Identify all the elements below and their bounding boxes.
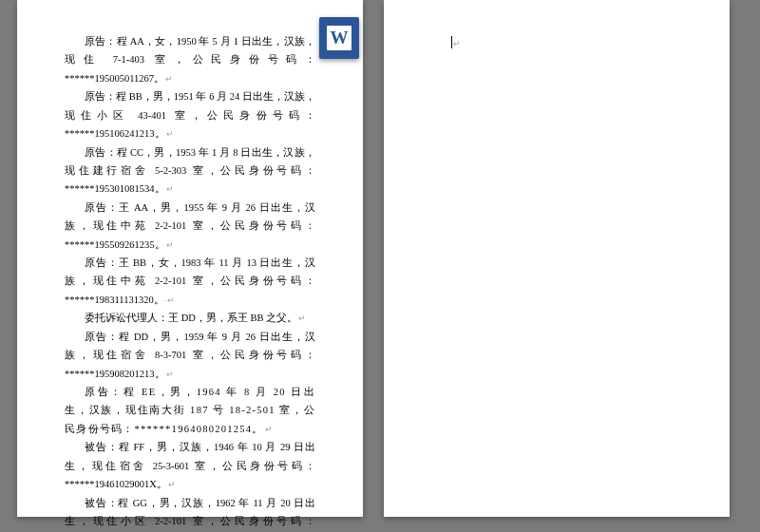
- paragraph-mark-icon: ↵: [168, 480, 176, 489]
- paragraph-text: 原告：程 AA，女，1950 年 5 月 1 日出生，汉族，现住 7-1-403…: [65, 36, 315, 84]
- paragraph-mark-icon: ↵: [298, 314, 306, 323]
- paragraph-text: 原告：程 CC，男，1953 年 1 月 8 日出生，汉族，现住建行宿舍 5-2…: [65, 147, 315, 195]
- paragraph: 原告：程 BB，男，1951 年 6 月 24 日出生，汉族，现住小区 43-4…: [65, 87, 315, 142]
- paragraph-text: 原告：王 BB，女，1983 年 11 月 13 日出生，汉族，现住中苑 2-2…: [65, 257, 315, 305]
- document-page-1[interactable]: W 原告：程 AA，女，1950 年 5 月 1 日出生，汉族，现住 7-1-4…: [17, 0, 363, 517]
- paragraph-text: 原告：程 DD，男，1959 年 9 月 26 日出生，汉族，现住宿舍 8-3-…: [65, 332, 315, 379]
- paragraph-text: 原告：程 EE，男，1964 年 8 月 20 日出生，汉族，现住南大街 187…: [65, 387, 315, 434]
- paragraph-text: 被告：程 FF，男，汉族，1946 年 10 月 29 日出生，现住宿舍 25-…: [65, 442, 315, 489]
- paragraph-text: 原告：程 BB，男，1951 年 6 月 24 日出生，汉族，现住小区 43-4…: [65, 91, 315, 139]
- paragraph-mark-icon: ↵: [453, 39, 461, 48]
- paragraph-mark-icon: ↵: [265, 425, 274, 434]
- paragraph: 原告：王 AA，男，1955 年 9 月 26 日出生，汉族，现住中苑 2-2-…: [65, 199, 315, 254]
- text-cursor: [451, 36, 452, 48]
- paragraph-mark-icon: ↵: [166, 184, 174, 194]
- paragraph-mark-icon: ↵: [166, 129, 174, 139]
- paragraph: 原告：程 CC，男，1953 年 1 月 8 日出生，汉族，现住建行宿舍 5-2…: [65, 143, 315, 199]
- paragraph: 被告：程 FF，男，汉族，1946 年 10 月 29 日出生，现住宿舍 25-…: [65, 438, 315, 493]
- word-icon: W: [327, 26, 352, 50]
- paragraph: 原告：程 AA，女，1950 年 5 月 1 日出生，汉族，现住 7-1-403…: [65, 32, 315, 87]
- paragraph-text: 被告：程 GG，男，汉族，1962 年 11 月 20 日出生，现住小区 2-2…: [65, 498, 315, 532]
- paragraph: 委托诉讼代理人：王 DD，男，系王 BB 之父。↵: [65, 309, 315, 327]
- paragraph-mark-icon: ↵: [166, 370, 174, 379]
- paragraph-text: 原告：王 AA，男，1955 年 9 月 26 日出生，汉族，现住中苑 2-2-…: [65, 202, 315, 250]
- paragraph: 原告：程 EE，男，1964 年 8 月 20 日出生，汉族，现住南大街 187…: [65, 383, 315, 438]
- paragraph-mark-icon: ↵: [166, 240, 174, 250]
- ms-word-badge[interactable]: W: [319, 17, 359, 59]
- paragraph: 原告：王 BB，女，1983 年 11 月 13 日出生，汉族，现住中苑 2-2…: [65, 254, 315, 309]
- paragraph-mark-icon: ↵: [167, 295, 175, 305]
- paragraph: 被告：程 GG，男，汉族，1962 年 11 月 20 日出生，现住小区 2-2…: [65, 494, 315, 532]
- page-canvas: W 原告：程 AA，女，1950 年 5 月 1 日出生，汉族，现住 7-1-4…: [0, 0, 760, 517]
- paragraph-mark-icon: ↵: [165, 74, 173, 84]
- space-mark-icon: ·: [164, 295, 166, 305]
- paragraph: 原告：程 DD，男，1959 年 9 月 26 日出生，汉族，现住宿舍 8-3-…: [65, 328, 315, 383]
- empty-paragraph[interactable]: ↵: [431, 34, 682, 52]
- document-page-2[interactable]: ↵: [384, 0, 730, 517]
- paragraph-text: 委托诉讼代理人：王 DD，男，系王 BB 之父。: [85, 313, 297, 323]
